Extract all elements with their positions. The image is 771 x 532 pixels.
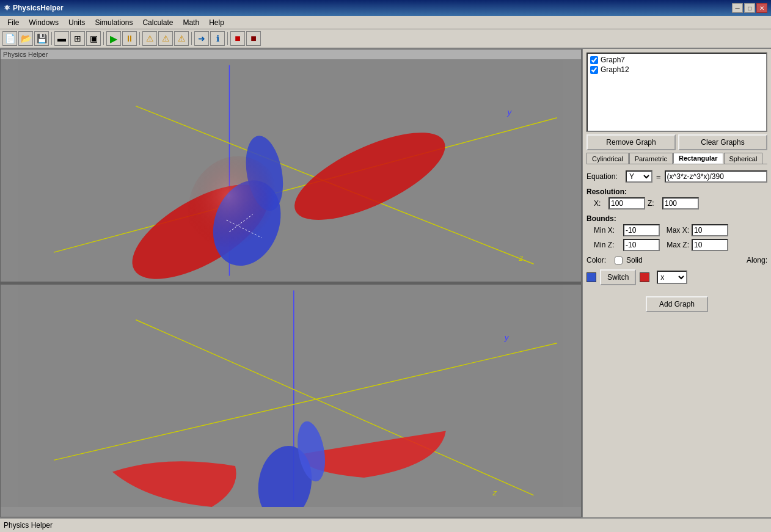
- toolbar-warn1[interactable]: ⚠: [142, 31, 157, 46]
- color-label: Color:: [586, 256, 611, 264]
- bounds-label: Bounds:: [586, 214, 767, 223]
- window-controls: ─ □ ✕: [732, 3, 767, 13]
- resolution-z-input[interactable]: [662, 197, 699, 210]
- action-buttons: Remove Graph Clear Graphs: [586, 134, 767, 150]
- toolbar-layout1[interactable]: ▬: [54, 31, 69, 46]
- resolution-x-input[interactable]: [608, 197, 645, 210]
- bounds-section: Bounds: Min X: Max X: Min Z: Max Z:: [586, 214, 767, 253]
- toolbar-stop-dark[interactable]: ■: [246, 31, 261, 46]
- graph12-label[interactable]: Graph12: [601, 65, 629, 74]
- minimize-button[interactable]: ─: [732, 3, 743, 13]
- toolbar-pause[interactable]: ⏸: [122, 31, 137, 46]
- top-graph-canvas[interactable]: y z: [1, 59, 581, 282]
- equation-row: Equation: Y X Z =: [586, 170, 767, 183]
- svg-text:y: y: [506, 107, 512, 117]
- toolbar-layout3[interactable]: ▣: [86, 31, 101, 46]
- toolbar-stop-red[interactable]: ■: [230, 31, 245, 46]
- status-bar: Physics Helper: [0, 517, 771, 532]
- equation-variable-select[interactable]: Y X Z: [626, 170, 652, 183]
- menu-windows[interactable]: Windows: [24, 17, 64, 28]
- resolution-x-label: X:: [594, 199, 606, 208]
- status-text: Physics Helper: [4, 521, 53, 530]
- top-panel-title: Physics Helper: [1, 49, 581, 59]
- menu-file[interactable]: File: [2, 17, 24, 28]
- equation-input[interactable]: [665, 170, 767, 183]
- tab-parametric[interactable]: Parametric: [629, 153, 673, 164]
- max-x-label: Max X:: [662, 226, 689, 235]
- add-graph-button[interactable]: Add Graph: [646, 296, 708, 312]
- max-x-input[interactable]: [692, 224, 728, 236]
- min-z-label: Min Z:: [594, 241, 621, 249]
- graph-item-7: Graph7: [589, 55, 765, 65]
- min-x-input[interactable]: [623, 224, 660, 236]
- main-layout: Physics Helper y: [0, 49, 771, 517]
- min-x-label: Min X:: [594, 226, 621, 235]
- toolbar-sep4: [191, 32, 192, 45]
- solid-checkbox[interactable]: [615, 257, 623, 264]
- graph7-label[interactable]: Graph7: [601, 56, 625, 64]
- top-graph-panel: Physics Helper y: [0, 49, 582, 282]
- graph7-checkbox[interactable]: [590, 56, 598, 64]
- app-title: ⚛ PhysicsHelper: [4, 4, 64, 12]
- app-icon: ⚛: [4, 4, 10, 12]
- bottom-scene-svg: y z: [1, 285, 581, 507]
- graph-list: Graph7 Graph12: [586, 53, 767, 132]
- along-select[interactable]: x y z: [657, 271, 687, 284]
- bounds-x-row: Min X: Max X:: [586, 224, 767, 236]
- menu-units[interactable]: Units: [64, 17, 90, 28]
- equals-sign: =: [655, 172, 662, 181]
- switch-button[interactable]: Switch: [600, 269, 636, 285]
- menu-help[interactable]: Help: [204, 17, 229, 28]
- toolbar-arrow[interactable]: ➜: [194, 31, 209, 46]
- toolbar-warn3[interactable]: ⚠: [174, 31, 189, 46]
- toolbar-warn2[interactable]: ⚠: [158, 31, 173, 46]
- max-z-input[interactable]: [692, 239, 728, 251]
- tab-rectangular[interactable]: Rectangular: [673, 153, 723, 164]
- left-panels: Physics Helper y: [0, 49, 582, 517]
- toolbar-layout2[interactable]: ⊞: [70, 31, 85, 46]
- toolbar-sep1: [51, 32, 52, 45]
- bottom-graph-panel: y z: [0, 284, 582, 517]
- svg-text:y: y: [504, 333, 510, 342]
- toolbar-sep5: [227, 32, 228, 45]
- resolution-z-label: Z:: [648, 199, 660, 208]
- maximize-button[interactable]: □: [744, 3, 755, 13]
- clear-graphs-button[interactable]: Clear Graphs: [678, 134, 767, 150]
- resolution-section: Resolution: X: Z:: [586, 188, 767, 212]
- resolution-label: Resolution:: [586, 188, 767, 196]
- color-along-row: Color: Solid Along:: [586, 256, 767, 264]
- graph12-checkbox[interactable]: [590, 66, 598, 74]
- toolbar-open[interactable]: 📂: [18, 31, 33, 46]
- svg-text:z: z: [519, 253, 524, 263]
- color1-swatch: [586, 272, 596, 282]
- bounds-z-row: Min Z: Max Z:: [586, 239, 767, 251]
- svg-rect-0: [19, 59, 563, 282]
- max-z-label: Max Z:: [662, 241, 689, 249]
- toolbar-info[interactable]: ℹ: [210, 31, 225, 46]
- menu-bar: File Windows Units Simulations Calculate…: [0, 16, 771, 29]
- toolbar-sep3: [139, 32, 140, 45]
- along-label: Along:: [747, 256, 767, 264]
- toolbar-play[interactable]: ▶: [106, 31, 121, 46]
- solid-label: Solid: [626, 256, 643, 264]
- menu-calculate[interactable]: Calculate: [137, 17, 178, 28]
- toolbar: 📄 📂 💾 ▬ ⊞ ▣ ▶ ⏸ ⚠ ⚠ ⚠ ➜ ℹ ■ ■: [0, 29, 771, 49]
- tab-cylindrical[interactable]: Cylindrical: [586, 153, 629, 164]
- color2-swatch: [640, 272, 649, 282]
- tab-spherical[interactable]: Spherical: [724, 153, 763, 164]
- top-scene-svg: y z: [1, 59, 581, 282]
- menu-simulations[interactable]: Simulations: [90, 17, 137, 28]
- toolbar-new[interactable]: 📄: [2, 31, 17, 46]
- title-bar: ⚛ PhysicsHelper ─ □ ✕: [0, 0, 771, 16]
- resolution-row: X: Z:: [586, 197, 767, 210]
- right-panel: Graph7 Graph12 Remove Graph Clear Graphs…: [582, 49, 771, 517]
- svg-text:z: z: [492, 488, 497, 497]
- menu-math[interactable]: Math: [178, 17, 204, 28]
- close-button[interactable]: ✕: [756, 3, 767, 13]
- remove-graph-button[interactable]: Remove Graph: [586, 134, 676, 150]
- color-switch-row: Switch x y z: [586, 269, 767, 285]
- min-z-input[interactable]: [623, 239, 660, 251]
- toolbar-save[interactable]: 💾: [34, 31, 49, 46]
- bottom-graph-canvas[interactable]: y z: [1, 285, 581, 507]
- equation-label: Equation:: [586, 172, 623, 181]
